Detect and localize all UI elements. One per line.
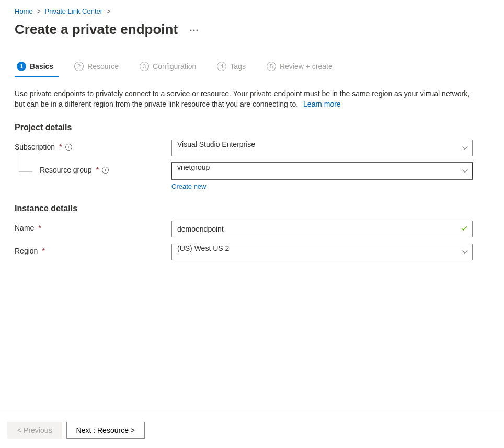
tab-step-number: 2 bbox=[74, 62, 84, 71]
tab-step-number: 1 bbox=[17, 62, 26, 71]
more-actions-icon[interactable]: ⋯ bbox=[189, 24, 200, 36]
required-indicator: * bbox=[38, 224, 41, 232]
tab-configuration[interactable]: 3 Configuration bbox=[138, 59, 201, 77]
breadcrumb-private-link-center[interactable]: Private Link Center bbox=[45, 7, 103, 15]
chevron-right-icon: > bbox=[37, 7, 41, 15]
row-subscription: Subscription * i Visual Studio Enterpris… bbox=[15, 140, 489, 156]
breadcrumb-home[interactable]: Home bbox=[15, 7, 33, 15]
chevron-right-icon: > bbox=[107, 7, 111, 15]
hierarchy-elbow-icon bbox=[19, 154, 32, 172]
name-label: Name bbox=[15, 224, 34, 232]
row-name: Name * bbox=[15, 221, 489, 237]
tab-review-create[interactable]: 5 Review + create bbox=[265, 59, 338, 77]
tab-label: Basics bbox=[30, 62, 53, 71]
tab-resource[interactable]: 2 Resource bbox=[72, 59, 124, 77]
description-text: Use private endpoints to privately conne… bbox=[15, 89, 469, 108]
breadcrumb: Home > Private Link Center > bbox=[15, 7, 489, 15]
page-title: Create a private endpoint bbox=[15, 21, 178, 38]
info-icon[interactable]: i bbox=[65, 144, 72, 151]
tab-label: Resource bbox=[87, 62, 119, 71]
tab-basics[interactable]: 1 Basics bbox=[15, 59, 59, 77]
row-resource-group: Resource group * i vnetgroup Create new bbox=[15, 163, 489, 190]
tab-description: Use private endpoints to privately conne… bbox=[15, 89, 480, 109]
tab-step-number: 5 bbox=[267, 62, 276, 71]
section-instance-details: Instance details bbox=[15, 204, 489, 213]
name-input[interactable] bbox=[171, 221, 473, 237]
create-new-resource-group-link[interactable]: Create new bbox=[171, 182, 206, 190]
tab-label: Review + create bbox=[280, 62, 333, 71]
region-select[interactable]: (US) West US 2 bbox=[171, 244, 473, 260]
resource-group-select[interactable]: vnetgroup bbox=[171, 163, 473, 179]
next-button[interactable]: Next : Resource > bbox=[66, 422, 145, 439]
required-indicator: * bbox=[59, 143, 62, 151]
wizard-footer: < Previous Next : Resource > bbox=[0, 412, 504, 448]
tab-label: Tags bbox=[230, 62, 246, 71]
subscription-label: Subscription bbox=[15, 143, 55, 151]
tab-label: Configuration bbox=[153, 62, 196, 71]
info-icon[interactable]: i bbox=[102, 167, 109, 174]
resource-group-label: Resource group bbox=[40, 166, 92, 174]
wizard-tabs: 1 Basics 2 Resource 3 Configuration 4 Ta… bbox=[15, 59, 489, 77]
previous-button: < Previous bbox=[7, 422, 62, 439]
page-title-row: Create a private endpoint ⋯ bbox=[15, 21, 489, 38]
tab-tags[interactable]: 4 Tags bbox=[215, 59, 251, 77]
section-project-details: Project details bbox=[15, 123, 489, 132]
region-label: Region bbox=[15, 247, 38, 255]
learn-more-link[interactable]: Learn more bbox=[303, 100, 341, 108]
required-indicator: * bbox=[96, 166, 99, 174]
tab-step-number: 3 bbox=[140, 62, 149, 71]
subscription-select[interactable]: Visual Studio Enterprise bbox=[171, 140, 473, 156]
row-region: Region * (US) West US 2 bbox=[15, 244, 489, 260]
required-indicator: * bbox=[42, 247, 44, 255]
tab-step-number: 4 bbox=[217, 62, 226, 71]
